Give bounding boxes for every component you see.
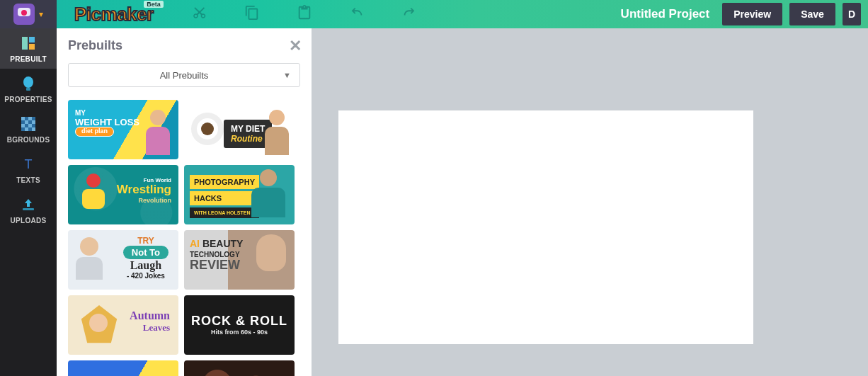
template-thumb[interactable]: Autumn Leaves — [68, 295, 178, 355]
avatar-icon — [13, 4, 35, 25]
thumb-text: ROCK & ROLL — [191, 314, 287, 328]
scissors-icon — [192, 5, 207, 21]
svg-rect-8 — [25, 120, 28, 124]
svg-rect-10 — [21, 124, 25, 127]
prebuilts-panel: Prebuilts ✕ All Prebuilts ▼ MY WEIGHT LO… — [57, 28, 312, 376]
thumb-text: AI — [190, 238, 200, 249]
blank-canvas[interactable] — [338, 110, 753, 344]
upload-icon — [0, 197, 57, 212]
beta-badge: Beta — [144, 1, 164, 8]
svg-rect-7 — [28, 117, 32, 120]
thumb-text: Hits from 60s - 90s — [191, 329, 287, 336]
rail-label: UPLOADS — [0, 217, 57, 224]
thumb-text: - 420 Jokes — [123, 272, 169, 280]
rail-label: BGROUNDS — [0, 136, 57, 144]
thumb-text: BEAUTY — [202, 238, 244, 249]
thumb-text: Laugh — [123, 259, 169, 272]
thumb-text: diet plan — [75, 127, 114, 136]
editor-toolbar — [173, 5, 435, 23]
rail-item-uploads[interactable]: UPLOADS — [0, 190, 57, 230]
thumb-text: Wrestling — [117, 183, 171, 196]
canvas-area[interactable] — [312, 28, 868, 376]
svg-rect-9 — [32, 120, 35, 124]
prebuilt-icon — [0, 35, 57, 51]
prebuilts-filter-dropdown[interactable]: All Prebuilts ▼ — [68, 63, 300, 87]
redo-button[interactable] — [383, 5, 435, 23]
svg-rect-12 — [25, 127, 28, 131]
thumb-text: Routine — [231, 134, 263, 144]
template-thumb[interactable]: ROCK & ROLL Hits from 60s - 90s — [184, 295, 295, 355]
svg-text:T: T — [25, 157, 33, 171]
rail-label: PREBUILT — [0, 55, 57, 63]
app-logo[interactable]: Picmaker Beta — [57, 0, 166, 28]
thumb-text: WEIGHT LOSS — [75, 117, 139, 127]
dropdown-label: All Prebuilts — [160, 70, 209, 81]
thumb-text: Autumn — [130, 309, 170, 322]
lightbulb-icon — [0, 76, 57, 91]
svg-rect-11 — [28, 124, 32, 127]
left-tool-rail: PREBUILT PROPERTIES BGROUNDS T TEXTS UPL… — [0, 28, 57, 376]
thumb-text: Not To — [123, 246, 169, 259]
template-thumb[interactable]: AI BEAUTY TECHNOLOGY REVIEW — [184, 230, 295, 290]
rail-label: TEXTS — [0, 176, 57, 184]
undo-icon — [349, 5, 365, 21]
template-thumb[interactable]: Fun World Wrestling Revolution — [68, 165, 178, 224]
account-menu[interactable]: ▾ — [0, 0, 57, 28]
preview-button[interactable]: Preview — [722, 3, 782, 25]
template-thumb[interactable]: 10 — [68, 360, 178, 376]
template-thumb[interactable]: MY WEIGHT LOSS diet plan — [68, 100, 178, 159]
template-thumb[interactable]: TRY Not To Laugh - 420 Jokes — [68, 230, 178, 290]
child-face-icon — [89, 314, 108, 332]
coffee-cup-icon — [191, 113, 224, 145]
thumb-text: REVIEW — [190, 258, 240, 272]
thumb-text: MY — [75, 109, 86, 117]
checker-icon — [0, 116, 57, 132]
save-button[interactable]: Save — [789, 3, 835, 25]
thumb-text: Revolution — [117, 198, 171, 204]
svg-rect-15 — [23, 208, 34, 210]
svg-rect-4 — [26, 88, 30, 91]
panel-title: Prebuilts — [68, 38, 300, 53]
download-button[interactable]: D — [843, 3, 861, 25]
rail-label: PROPERTIES — [0, 96, 57, 103]
rail-item-prebuilt[interactable]: PREBUILT — [0, 28, 57, 69]
rail-item-bgrounds[interactable]: BGROUNDS — [0, 109, 57, 149]
prebuilts-scroll[interactable]: MY WEIGHT LOSS diet plan MY DIET Routine… — [68, 100, 300, 376]
undo-button[interactable] — [331, 5, 383, 23]
svg-rect-1 — [29, 37, 35, 42]
svg-rect-2 — [29, 44, 35, 50]
svg-point-3 — [23, 76, 33, 88]
svg-rect-6 — [21, 117, 25, 120]
template-thumb[interactable]: DIY — [184, 360, 295, 376]
close-panel-button[interactable]: ✕ — [289, 37, 302, 55]
redo-icon — [401, 5, 417, 21]
logo-text: Picmaker — [74, 4, 154, 25]
project-title[interactable]: Untitled Project — [621, 7, 710, 21]
app-header: ▾ Picmaker Beta Untitled Project Preview… — [0, 0, 868, 28]
svg-rect-13 — [32, 127, 35, 131]
rail-item-texts[interactable]: T TEXTS — [0, 149, 57, 190]
cut-button[interactable] — [173, 5, 226, 23]
copy-icon — [244, 5, 260, 21]
template-thumb[interactable]: MY DIET Routine — [184, 100, 295, 159]
chevron-down-icon: ▾ — [39, 9, 43, 19]
svg-rect-0 — [22, 37, 28, 50]
template-thumb[interactable]: PHOTOGRAPHY HACKS WITH LEONA HOLSTEN — [184, 165, 295, 224]
caret-down-icon: ▼ — [283, 71, 291, 79]
thumb-text: TRY — [123, 236, 169, 246]
text-icon: T — [0, 156, 57, 172]
copy-button[interactable] — [226, 5, 278, 23]
thumb-text: Leaves — [130, 322, 170, 334]
paste-button[interactable] — [278, 5, 331, 23]
paste-icon — [297, 5, 312, 21]
rail-item-properties[interactable]: PROPERTIES — [0, 69, 57, 109]
